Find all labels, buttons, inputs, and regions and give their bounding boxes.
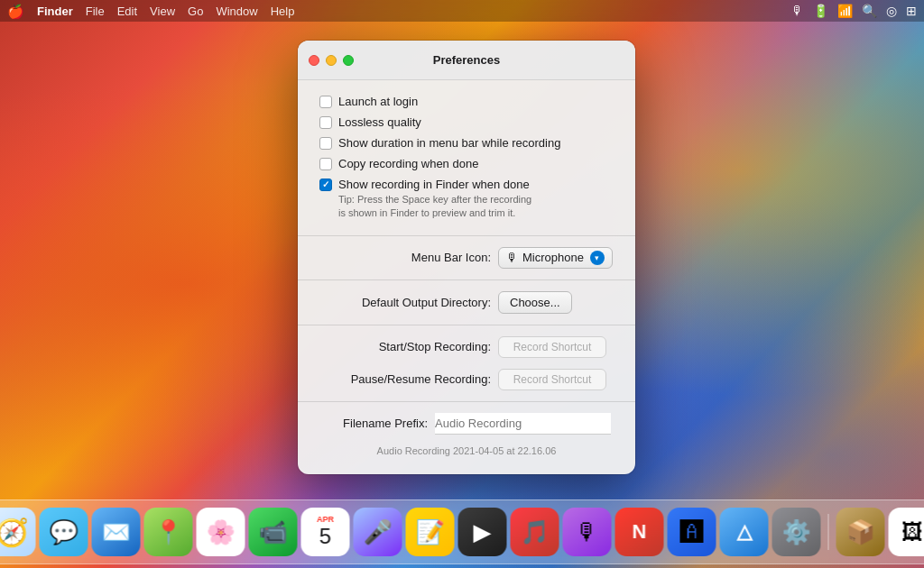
show-duration-label: Show duration in menu bar while recordin… <box>338 136 560 150</box>
dock-safari[interactable]: 🧭 <box>0 508 36 556</box>
tip-text: Tip: Press the Space key after the recor… <box>338 193 531 221</box>
show-in-finder-label: Show recording in Finder when done <box>338 178 531 191</box>
divider-1 <box>298 235 635 236</box>
show-duration-checkbox[interactable] <box>319 137 332 150</box>
menubar-icon-label: Menu Bar Icon: <box>319 251 491 264</box>
divider-3 <box>298 325 635 325</box>
show-in-finder-checkbox[interactable] <box>319 179 332 191</box>
menubar-mic-icon[interactable]: 🎙 <box>791 4 804 18</box>
filename-prefix-row: Filename Prefix: <box>319 413 614 435</box>
window-title: Preferences <box>433 53 500 67</box>
checkbox-row-show-finder: Show recording in Finder when done Tip: … <box>319 178 614 221</box>
apple-menu[interactable]: 🍎 <box>7 5 24 18</box>
checkbox-row-copy: Copy recording when done <box>319 157 614 170</box>
menubar: 🍎 Finder File Edit View Go Window Help 🎙… <box>0 0 924 22</box>
menubar-controlcenter-icon[interactable]: ⊞ <box>906 4 917 18</box>
dock-notes[interactable]: 📝 <box>406 508 455 556</box>
dock-podcasts[interactable]: 🎙 <box>563 508 612 556</box>
menubar-wifi-icon[interactable]: 📶 <box>837 4 853 18</box>
start-stop-label: Start/Stop Recording: <box>319 340 491 353</box>
pause-resume-label: Pause/Resume Recording: <box>319 372 491 386</box>
window-body: Launch at login Lossless quality Show du… <box>298 80 635 474</box>
checkbox-row-duration: Show duration in menu bar while recordin… <box>319 136 614 150</box>
choose-directory-button[interactable]: Choose... <box>498 291 572 314</box>
menubar-siri-icon[interactable]: ◎ <box>886 4 897 18</box>
dock-messages[interactable]: 💬 <box>40 508 88 556</box>
dock-preview[interactable]: 🖼 <box>889 508 925 556</box>
checkbox-row-lossless: Lossless quality <box>319 115 614 129</box>
dock-sysprefs[interactable]: ⚙️ <box>772 508 821 556</box>
dock-news[interactable]: N <box>615 508 664 556</box>
menubar-help[interactable]: Help <box>271 5 295 18</box>
minimize-button[interactable] <box>326 55 337 66</box>
launch-at-login-checkbox[interactable] <box>319 96 332 108</box>
menubar-battery-icon: 🔋 <box>813 4 828 18</box>
filename-example: Audio Recording 2021-04-05 at 22.16.06 <box>319 445 614 456</box>
dock-appstore[interactable]: 🅰 <box>668 508 716 556</box>
dropdown-arrow-icon: ▾ <box>590 251 605 265</box>
filename-prefix-input[interactable] <box>435 413 611 435</box>
window-titlebar: Preferences <box>298 41 635 80</box>
dock-mail[interactable]: ✉️ <box>92 508 141 556</box>
menubar-icon-control: 🎙 Microphone ▾ <box>498 247 613 269</box>
dock-photos[interactable]: 🌸 <box>197 508 245 556</box>
dock-arcade[interactable]: △ <box>720 508 769 556</box>
divider-4 <box>298 401 635 402</box>
filename-prefix-label: Filename Prefix: <box>319 417 428 430</box>
menubar-go[interactable]: Go <box>188 5 203 18</box>
calendar-day: 5 <box>319 524 331 549</box>
menubar-search-icon[interactable]: 🔍 <box>862 4 877 18</box>
dock-calendar[interactable]: APR 5 <box>301 508 350 556</box>
menubar-icon-row: Menu Bar Icon: 🎙 Microphone ▾ <box>319 247 614 269</box>
dock-maps[interactable]: 📍 <box>144 508 193 556</box>
copy-recording-label: Copy recording when done <box>338 157 478 170</box>
dock-siri[interactable]: 🎤 <box>354 508 402 556</box>
menubar-file[interactable]: File <box>86 5 105 18</box>
preferences-window: Preferences Launch at login Lossless qua… <box>298 41 635 474</box>
menubar-icon-dropdown[interactable]: 🎙 Microphone ▾ <box>498 247 613 269</box>
output-dir-row: Default Output Directory: Choose... <box>319 291 614 314</box>
checkbox-row-launch: Launch at login <box>319 95 614 108</box>
calendar-month: APR <box>317 515 334 524</box>
close-button[interactable] <box>309 55 319 66</box>
dock-appletv[interactable]: ▶ <box>458 508 507 556</box>
menubar-view[interactable]: View <box>150 5 175 18</box>
pause-resume-shortcut[interactable]: Record Shortcut <box>498 369 606 390</box>
lossless-quality-checkbox[interactable] <box>319 116 332 129</box>
dock: 🔵 🧭 💬 ✉️ 📍 🌸 📹 APR <box>0 499 924 564</box>
start-stop-row: Start/Stop Recording: Record Shortcut <box>319 336 614 358</box>
divider-2 <box>298 279 635 280</box>
lossless-quality-label: Lossless quality <box>338 115 421 129</box>
dock-separator <box>828 514 829 550</box>
dock-downloads[interactable]: 📦 <box>836 508 885 556</box>
start-stop-shortcut[interactable]: Record Shortcut <box>498 336 606 358</box>
menubar-window[interactable]: Window <box>216 5 257 18</box>
dock-facetime[interactable]: 📹 <box>249 508 298 556</box>
menubar-icon-value: Microphone <box>522 251 584 264</box>
output-dir-label: Default Output Directory: <box>319 296 491 309</box>
launch-at-login-label: Launch at login <box>338 95 418 108</box>
traffic-lights <box>309 55 354 66</box>
maximize-button[interactable] <box>343 55 354 66</box>
checkbox-group: Launch at login Lossless quality Show du… <box>319 95 614 221</box>
mic-icon: 🎙 <box>506 251 518 264</box>
menubar-app-name[interactable]: Finder <box>37 5 73 18</box>
copy-recording-checkbox[interactable] <box>319 158 332 170</box>
dock-music[interactable]: 🎵 <box>511 508 559 556</box>
pause-resume-row: Pause/Resume Recording: Record Shortcut <box>319 369 614 390</box>
menubar-edit[interactable]: Edit <box>117 5 137 18</box>
